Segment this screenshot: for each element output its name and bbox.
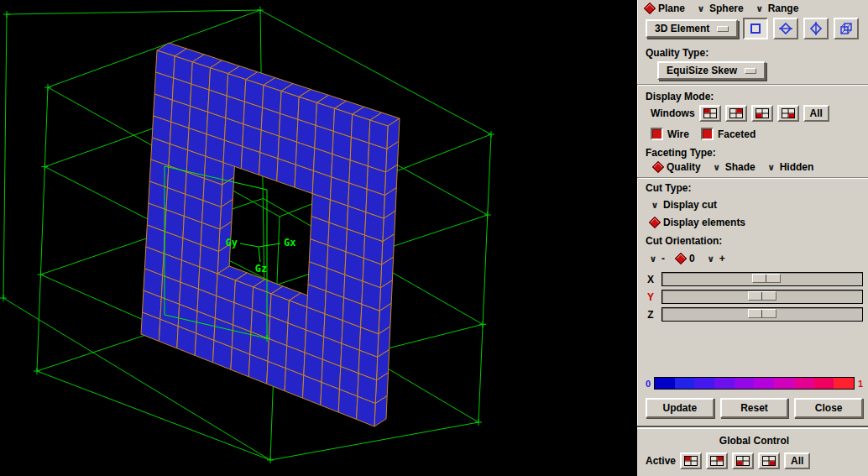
x-slider-thumb[interactable] <box>752 274 781 283</box>
window-bottom-left-button[interactable] <box>751 105 773 122</box>
element-type-label: 3D Element <box>655 23 709 34</box>
orientation-minus-label: - <box>661 253 665 264</box>
windows-row: Windows <box>646 105 863 122</box>
quality-type-value: EquiSize Skew <box>667 65 737 76</box>
window-top-right-button[interactable] <box>725 105 747 122</box>
radio-unselected-icon: ∨ <box>649 254 657 264</box>
3d-viewport[interactable]: GyGxGz <box>0 0 636 476</box>
z-slider-thumb[interactable] <box>748 309 776 318</box>
update-button[interactable]: Update <box>646 398 714 418</box>
window-top-left-icon <box>684 456 698 466</box>
cut-orientation-label: Cut Orientation: <box>646 235 863 247</box>
radio-selected-icon <box>644 3 656 14</box>
orientation-minus-radio[interactable]: ∨ - <box>649 253 665 264</box>
window-bottom-left-icon <box>756 108 769 118</box>
faceting-hidden-radio[interactable]: ∨ Hidden <box>767 161 814 173</box>
colorbar-max-label: 1 <box>858 379 863 389</box>
orientation-row: ∨ - 0 ∨ + <box>649 253 863 264</box>
quality-type-label: Quality Type: <box>646 47 863 59</box>
quality-colorbar <box>654 377 855 390</box>
window-bottom-right-icon <box>762 456 776 466</box>
display-elements-radio[interactable]: Display elements <box>651 217 851 228</box>
colorbar-segment <box>794 378 814 389</box>
close-button[interactable]: Close <box>794 398 863 418</box>
range-radio[interactable]: ∨ Range <box>756 3 799 14</box>
x-slider-row: X <box>646 272 863 286</box>
radio-unselected-icon: ∨ <box>697 4 705 13</box>
active-window-top-left-button[interactable] <box>680 452 702 469</box>
y-slider-row: Y <box>646 290 863 304</box>
checkbox-checked-icon <box>701 128 714 140</box>
radio-unselected-icon: ∨ <box>767 163 776 172</box>
range-label: Range <box>768 3 799 14</box>
radio-unselected-icon: ∨ <box>713 163 721 172</box>
display-elements-label: Display elements <box>663 217 745 228</box>
window-bottom-right-button[interactable] <box>777 105 799 122</box>
window-top-right-icon <box>729 108 743 118</box>
y-slider-track[interactable] <box>661 290 863 304</box>
z-slider-track[interactable] <box>661 307 863 322</box>
faceted-checkbox[interactable]: Faceted <box>701 128 756 140</box>
radio-unselected-icon: ∨ <box>756 4 764 13</box>
active-window-top-right-button[interactable] <box>706 452 728 469</box>
active-window-bottom-left-button[interactable] <box>732 452 754 469</box>
colorbar-segment <box>814 378 834 389</box>
window-top-right-icon <box>710 456 724 466</box>
action-buttons-row: Update Reset Close <box>646 398 863 418</box>
windows-all-button[interactable]: All <box>803 105 829 122</box>
control-panel: Plane ∨ Sphere ∨ Range 3D Element <box>636 0 868 476</box>
orientation-zero-label: 0 <box>689 253 695 264</box>
wire-checkbox[interactable]: Wire <box>651 128 689 140</box>
quality-type-menu[interactable]: EquiSize Skew <box>657 61 766 80</box>
faceting-quality-radio[interactable]: Quality <box>654 161 701 173</box>
window-bottom-left-icon <box>736 456 750 466</box>
separator <box>637 177 868 179</box>
x-axis-label: X <box>646 274 656 285</box>
diamond-axis-icon <box>808 22 824 35</box>
active-row: Active <box>646 452 863 476</box>
radio-selected-icon <box>652 161 664 173</box>
separator <box>637 84 868 86</box>
active-window-bottom-right-button[interactable] <box>758 452 780 469</box>
colorbar-segment <box>735 378 755 389</box>
view-cube-button[interactable] <box>834 18 859 39</box>
y-slider-thumb[interactable] <box>748 291 776 301</box>
display-cut-radio[interactable]: ∨ Display cut <box>651 199 851 211</box>
radio-unselected-icon: ∨ <box>651 201 659 210</box>
quality-colorbar-row: 0 1 <box>646 377 863 390</box>
window-bottom-right-icon <box>782 108 795 118</box>
element-type-menu[interactable]: 3D Element <box>646 19 738 38</box>
active-all-button[interactable]: All <box>784 452 810 469</box>
view-diamond-axis-button[interactable] <box>803 18 829 39</box>
plane-label: Plane <box>658 3 685 14</box>
svg-text:Gy: Gy <box>226 237 238 248</box>
windows-label: Windows <box>651 107 695 119</box>
orientation-zero-radio[interactable]: 0 <box>677 253 695 264</box>
global-control-section: Global Control Active <box>637 426 868 476</box>
scene-canvas[interactable]: GyGxGz <box>0 0 636 476</box>
z-slider-row: Z <box>646 307 863 322</box>
colorbar-segment <box>754 378 774 389</box>
colorbar-segment <box>774 378 794 389</box>
checkbox-checked-icon <box>651 128 663 140</box>
faceting-shade-radio[interactable]: ∨ Shade <box>713 161 756 173</box>
faceting-row: Quality ∨ Shade ∨ Hidden <box>654 161 863 173</box>
window-top-left-button[interactable] <box>699 105 721 122</box>
reset-button[interactable]: Reset <box>720 398 789 418</box>
sphere-radio[interactable]: ∨ Sphere <box>697 3 744 14</box>
colorbar-segment <box>675 378 695 389</box>
colorbar-min-label: 0 <box>646 379 651 389</box>
option-menu-dash-icon <box>745 68 756 74</box>
radio-selected-icon <box>649 217 661 228</box>
cut-type-label: Cut Type: <box>646 182 863 194</box>
x-slider-track[interactable] <box>661 272 863 286</box>
faceted-label: Faceted <box>718 128 756 140</box>
view-square-button[interactable] <box>743 18 768 39</box>
colorbar-segment <box>694 378 714 389</box>
view-diamond-arrows-button[interactable] <box>773 18 798 39</box>
shape-row: Plane ∨ Sphere ∨ Range <box>646 3 863 14</box>
plane-radio[interactable]: Plane <box>646 3 685 14</box>
display-cut-label: Display cut <box>663 199 717 211</box>
orientation-plus-radio[interactable]: ∨ + <box>707 253 725 264</box>
display-mode-label: Display Mode: <box>646 91 863 102</box>
